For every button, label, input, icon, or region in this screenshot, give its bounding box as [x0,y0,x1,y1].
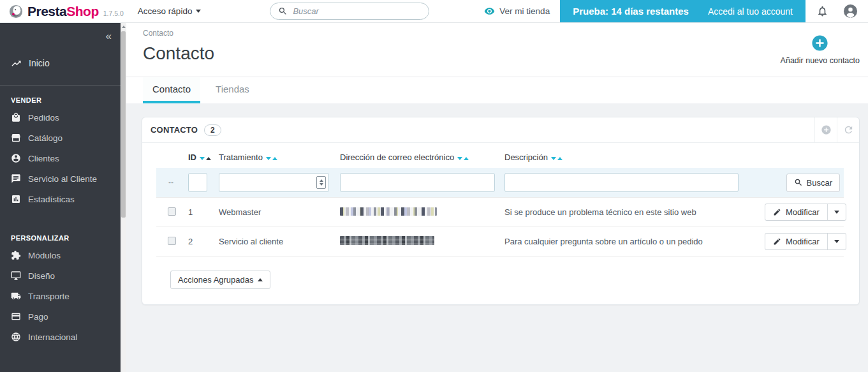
shipping-truck-icon [11,291,21,301]
global-search-bar[interactable] [270,3,429,20]
sidebar-item-inicio[interactable]: Inicio [0,43,121,71]
bulk-actions-button[interactable]: Acciones Agrupadas [170,271,270,289]
sidebar-section-personalizar: PERSONALIZAR [0,223,121,245]
pencil-icon [773,237,781,246]
sort-asc-icon[interactable] [272,157,277,160]
filter-dash: -- [156,168,186,198]
add-new-contact-label: Añadir nuevo contacto [781,56,860,65]
column-header-id[interactable]: ID [186,147,216,168]
contact-count-badge: 2 [204,124,221,136]
scrollbar-thumb[interactable] [121,31,126,218]
sort-desc-icon[interactable] [457,157,462,160]
stats-chart-icon [11,194,21,204]
table-header-row: ID Tratamiento Dirección de correo elect… [156,147,844,168]
tab-bar: Contacto Tiendas [126,77,868,103]
prestashop-logo[interactable]: PrestaShop 1.7.5.0 [0,0,124,22]
filter-email-input[interactable] [340,173,495,192]
global-search-input[interactable] [293,6,421,16]
tab-tiendas[interactable]: Tiendas [206,77,259,103]
design-monitor-icon [11,271,21,281]
sidebar-item-label: Estadísticas [28,195,75,204]
refresh-icon [843,124,854,135]
sidebar-item-modulos[interactable]: Módulos [0,245,121,265]
sort-asc-icon[interactable] [206,157,211,160]
filter-tratamiento-input[interactable] [219,173,329,192]
trial-days-remaining: Prueba: 14 días restantes [573,6,689,17]
redacted-email [340,236,434,245]
panel-add-button[interactable] [814,117,837,142]
sidebar-item-label: Clientes [28,154,59,163]
breadcrumb: Contacto [143,29,868,38]
sidebar-item-internacional[interactable]: Internacional [0,327,121,347]
search-button[interactable]: Buscar [786,174,840,192]
view-my-shop-link[interactable]: Ver mi tienda [474,0,560,22]
customers-icon [11,153,21,163]
sidebar-collapse-button[interactable]: « [0,23,121,43]
page-title: Contacto [143,43,868,64]
column-header-tratamiento[interactable]: Tratamiento [216,147,337,168]
view-shop-label: Ver mi tienda [499,6,550,16]
sidebar-item-catalogo[interactable]: Catálogo [0,128,121,148]
table-row[interactable]: 1 Webmaster Si se produce un problema té… [156,198,844,227]
filter-descripcion-input[interactable] [504,173,739,192]
cell-id: 2 [186,227,216,257]
catalog-store-icon [11,133,21,143]
add-new-contact-button[interactable]: Añadir nuevo contacto [781,34,860,65]
prestashop-logo-icon [9,4,23,19]
quick-access-dropdown[interactable]: Acceso rápido [138,0,202,22]
notifications-button[interactable] [805,0,839,22]
modify-button[interactable]: Modificar [765,204,827,220]
sidebar-item-label: Inicio [29,58,50,68]
search-icon [278,6,288,16]
tab-contacto[interactable]: Contacto [143,77,200,103]
cell-tratamiento: Webmaster [216,198,337,227]
quick-access-label: Acceso rápido [138,6,193,16]
modify-split-button: Modificar [765,204,846,221]
sidebar-item-estadisticas[interactable]: Estadísticas [0,189,121,209]
cell-tratamiento: Servicio al cliente [216,227,337,257]
sidebar-item-pago[interactable]: Pago [0,306,121,327]
sort-desc-icon[interactable] [266,157,271,160]
sidebar-item-clientes[interactable]: Clientes [0,148,121,168]
filter-id-input[interactable] [188,173,207,192]
stepper-icon[interactable] [316,176,326,189]
redacted-email [340,207,437,216]
sort-asc-icon[interactable] [464,157,469,160]
account-access-link[interactable]: Accedi al tuo account [708,6,793,17]
sidebar-item-label: Pago [28,312,48,322]
chevron-up-icon [258,278,263,281]
sidebar-item-label: Internacional [28,332,77,342]
sidebar-section-vender: VENDER [0,86,121,107]
sidebar-scrollbar[interactable] [121,23,126,372]
column-header-email[interactable]: Dirección de correo electrónico [337,147,502,168]
chevron-down-icon [196,10,201,13]
modify-dropdown-toggle[interactable] [827,234,846,249]
sort-desc-icon[interactable] [551,157,556,160]
account-menu-button[interactable] [839,0,868,22]
trending-up-icon [11,58,22,69]
chevron-down-icon [834,240,839,243]
sort-asc-icon[interactable] [557,157,563,160]
cell-descripcion: Si se produce un problema técnico en est… [502,198,762,227]
column-header-descripcion[interactable]: Descripción [502,147,762,168]
international-globe-icon [11,332,21,342]
pencil-icon [773,208,781,216]
sidebar-item-transporte[interactable]: Transporte [0,286,121,306]
panel-refresh-button[interactable] [837,117,859,142]
scrollbar-up-arrow[interactable] [121,23,126,31]
table-row[interactable]: 2 Servicio al cliente Para cualquier pre… [156,227,844,257]
cell-id: 1 [186,198,216,227]
modify-button[interactable]: Modificar [765,234,827,249]
add-circle-icon [811,34,829,52]
add-circle-icon [821,124,832,135]
version-label: 1.7.5.0 [103,10,124,17]
sidebar-item-diseno[interactable]: Diseño [0,265,121,286]
eye-icon [484,6,495,17]
row-checkbox[interactable] [168,237,176,245]
row-checkbox[interactable] [168,207,176,216]
sort-desc-icon[interactable] [200,157,205,160]
sidebar-item-pedidos[interactable]: Pedidos [0,107,121,128]
modify-dropdown-toggle[interactable] [827,204,846,220]
sidebar-item-servicio-al-cliente[interactable]: Servicio al Cliente [0,168,121,189]
brand-wordmark: PrestaShop [27,4,99,19]
